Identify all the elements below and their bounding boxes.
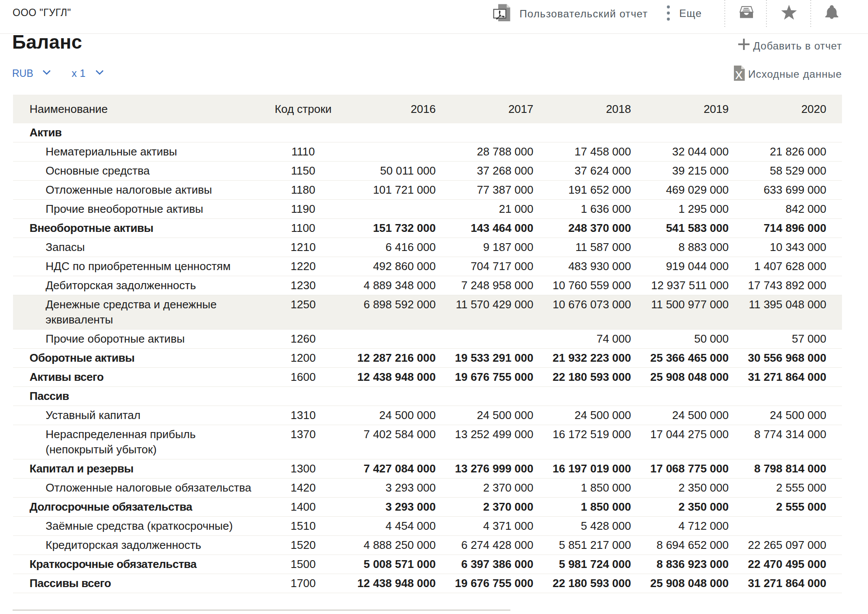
- svg-text:x: x: [735, 66, 743, 81]
